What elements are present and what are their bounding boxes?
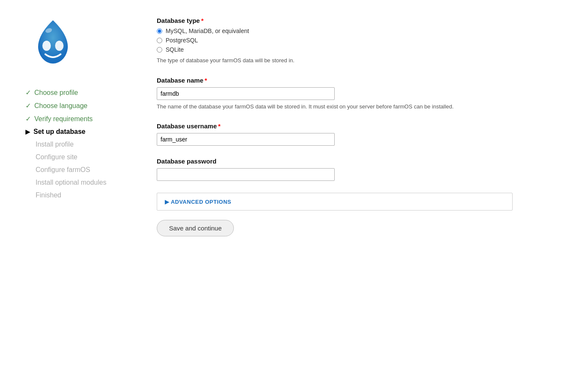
svg-point-0	[42, 41, 51, 51]
drupal-logo	[25, 17, 80, 72]
check-icon-3: ✓	[25, 115, 31, 123]
save-continue-button[interactable]: Save and continue	[157, 220, 234, 236]
radio-pgsql-label[interactable]: PostgreSQL	[157, 37, 563, 44]
radio-mysql-text: MySQL, MariaDB, or equivalent	[166, 28, 249, 34]
sidebar-item-choose-language[interactable]: ✓ Choose language	[25, 102, 136, 110]
sidebar-item-label-choose-profile: Choose profile	[34, 89, 78, 97]
database-name-label: Database name*	[157, 77, 563, 84]
arrow-icon: ▶	[25, 128, 30, 135]
sidebar-item-install-profile: Install profile	[25, 141, 136, 148]
database-username-section: Database username*	[157, 122, 563, 146]
radio-pgsql-text: PostgreSQL	[166, 37, 198, 44]
radio-sqlite-text: SQLite	[166, 46, 184, 53]
database-name-description: The name of the database your farmOS dat…	[157, 103, 487, 111]
nav-list: ✓ Choose profile ✓ Choose language ✓ Ver…	[25, 89, 136, 199]
database-type-radio-group: MySQL, MariaDB, or equivalent PostgreSQL…	[157, 28, 563, 53]
check-icon-2: ✓	[25, 102, 31, 110]
sidebar-item-finished: Finished	[25, 191, 136, 199]
sidebar-item-label-set-up-database: Set up database	[33, 128, 86, 136]
database-name-input[interactable]	[157, 87, 335, 100]
sidebar-item-label-finished: Finished	[36, 191, 61, 199]
radio-sqlite-label[interactable]: SQLite	[157, 46, 563, 53]
sidebar-item-label-install-optional-modules: Install optional modules	[36, 179, 106, 186]
sidebar-item-choose-profile[interactable]: ✓ Choose profile	[25, 89, 136, 97]
radio-sqlite[interactable]	[157, 47, 162, 53]
sidebar-item-install-optional-modules: Install optional modules	[25, 179, 136, 186]
advanced-options-link[interactable]: ▶ ADVANCED OPTIONS	[165, 199, 231, 205]
database-password-section: Database password	[157, 158, 563, 181]
database-username-input[interactable]	[157, 133, 335, 146]
database-name-section: Database name* The name of the database …	[157, 77, 563, 111]
database-type-label: Database type*	[157, 17, 563, 24]
sidebar-item-label-install-profile: Install profile	[36, 141, 74, 148]
sidebar-item-label-verify-requirements: Verify requirements	[34, 115, 93, 123]
database-type-section: Database type* MySQL, MariaDB, or equiva…	[157, 17, 563, 65]
svg-point-1	[55, 41, 64, 51]
logo-area	[25, 17, 136, 73]
required-star-name: *	[205, 77, 207, 84]
main-content: Database type* MySQL, MariaDB, or equiva…	[148, 17, 563, 374]
radio-mysql[interactable]	[157, 28, 162, 34]
database-password-input[interactable]	[157, 168, 335, 181]
sidebar-item-configure-farmos: Configure farmOS	[25, 166, 136, 174]
required-star-type: *	[201, 17, 204, 24]
radio-mysql-label[interactable]: MySQL, MariaDB, or equivalent	[157, 28, 563, 34]
sidebar-item-label-configure-site: Configure site	[36, 153, 78, 161]
database-username-label: Database username*	[157, 122, 563, 130]
advanced-options-box[interactable]: ▶ ADVANCED OPTIONS	[157, 193, 513, 211]
sidebar-item-set-up-database[interactable]: ▶ Set up database	[25, 128, 136, 136]
check-icon: ✓	[25, 89, 31, 97]
sidebar-item-verify-requirements[interactable]: ✓ Verify requirements	[25, 115, 136, 123]
required-star-username: *	[218, 122, 221, 130]
database-password-label: Database password	[157, 158, 563, 165]
database-type-description: The type of database your farmOS data wi…	[157, 56, 487, 65]
sidebar-item-configure-site: Configure site	[25, 153, 136, 161]
sidebar-item-label-choose-language: Choose language	[34, 102, 87, 110]
sidebar: ✓ Choose profile ✓ Choose language ✓ Ver…	[25, 17, 148, 374]
page-wrapper: ✓ Choose profile ✓ Choose language ✓ Ver…	[0, 0, 588, 391]
radio-pgsql[interactable]	[157, 38, 162, 43]
sidebar-item-label-configure-farmos: Configure farmOS	[36, 166, 90, 174]
